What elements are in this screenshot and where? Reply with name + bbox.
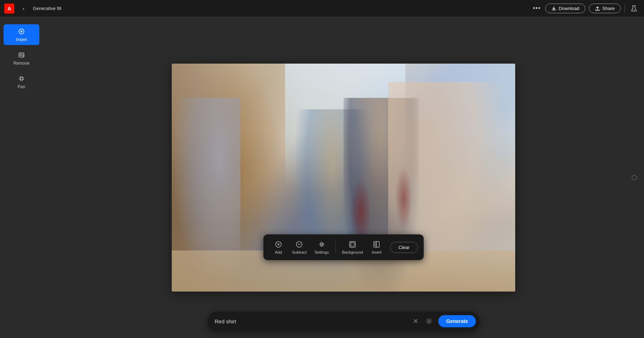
toolbar-edit-group: Background Invert <box>338 238 386 257</box>
subtract-button[interactable]: Subtract <box>288 238 310 257</box>
toolbar-selection-group: Add Subtract <box>269 238 332 257</box>
sidebar-insert-label: Insert <box>16 37 27 42</box>
flask-button[interactable] <box>628 3 640 14</box>
prompt-input[interactable] <box>215 318 408 324</box>
prompt-settings-button[interactable] <box>423 315 435 327</box>
back-button[interactable]: ‹ <box>19 4 29 14</box>
background-icon <box>348 240 357 249</box>
app-header: A ‹ Generative fill ••• Download Share <box>0 0 644 17</box>
svg-point-12 <box>428 320 430 322</box>
settings-icon <box>317 240 326 249</box>
main-content: Insert Remove Pan <box>0 17 644 338</box>
sidebar-pan-label: Pan <box>18 84 25 89</box>
invert-button[interactable]: Invert <box>367 238 386 257</box>
circle-indicator <box>632 175 637 180</box>
floating-toolbar: Add Subtract <box>263 234 424 260</box>
prompt-bar: ✕ Generate <box>208 312 479 331</box>
prompt-clear-button[interactable]: ✕ <box>411 317 420 325</box>
flask-icon <box>630 5 638 12</box>
download-icon <box>551 6 556 11</box>
sidebar-item-remove[interactable]: Remove <box>4 48 39 69</box>
clear-button[interactable]: Clear <box>390 242 418 253</box>
background-label: Background <box>342 250 363 254</box>
canvas-area: Add Subtract <box>43 17 644 338</box>
download-button[interactable]: Download <box>545 4 585 13</box>
sidebar-item-pan[interactable]: Pan <box>4 71 39 92</box>
subtract-label: Subtract <box>292 250 307 254</box>
settings-label: Settings <box>314 250 329 254</box>
insert-icon <box>17 27 26 36</box>
adobe-logo: A <box>4 4 14 14</box>
svg-point-0 <box>633 9 634 10</box>
share-label: Share <box>602 6 615 11</box>
sidebar: Insert Remove Pan <box>0 17 43 338</box>
header-actions: ••• Download Share <box>532 3 640 14</box>
add-button[interactable]: Add <box>269 238 288 257</box>
more-options-button[interactable]: ••• <box>532 4 542 14</box>
remove-icon <box>17 51 26 59</box>
image-canvas: Add Subtract <box>172 64 515 292</box>
prompt-settings-icon <box>425 318 433 325</box>
svg-rect-4 <box>20 78 23 80</box>
svg-point-1 <box>634 10 635 10</box>
toolbar-separator <box>335 241 336 254</box>
header-divider <box>624 4 625 13</box>
settings-button[interactable]: Settings <box>311 238 332 257</box>
share-button[interactable]: Share <box>589 4 621 13</box>
add-icon <box>274 240 283 249</box>
generate-button[interactable]: Generate <box>438 315 476 327</box>
sidebar-item-insert[interactable]: Insert <box>4 24 39 45</box>
share-icon <box>595 6 600 11</box>
page-title: Generative fill <box>33 6 61 11</box>
invert-icon <box>372 240 381 249</box>
add-label: Add <box>275 250 282 254</box>
subtract-icon <box>295 240 304 249</box>
svg-rect-3 <box>19 53 24 57</box>
svg-point-7 <box>321 243 323 245</box>
pan-icon <box>17 74 26 83</box>
sidebar-remove-label: Remove <box>14 61 30 66</box>
invert-label: Invert <box>372 250 382 254</box>
download-label: Download <box>558 6 579 11</box>
svg-rect-11 <box>374 242 377 247</box>
background-button[interactable]: Background <box>338 238 367 257</box>
